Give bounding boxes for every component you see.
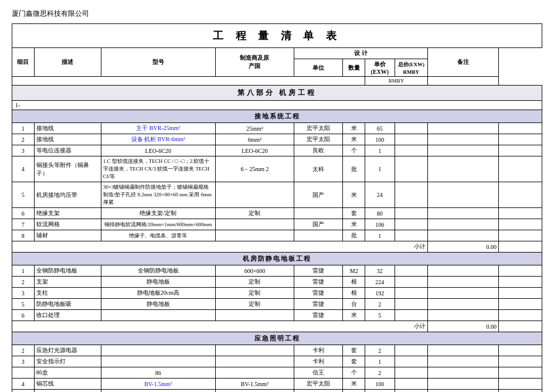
table-row: 6 绝缘支架 绝缘支架/定制 定制 套 80 <box>12 208 542 219</box>
subtotal-row-1: 小计 0.00 <box>12 241 542 253</box>
col-model: 型号 <box>101 48 215 77</box>
col-xm: 细目 <box>12 48 35 77</box>
col-unit: 单位 <box>294 59 343 77</box>
table-row: 5 KBG管 Ç16 Ç16 美友 米 20 <box>12 390 542 393</box>
table-row: 5 机房接地均压带 30×3镀锡铜扁制作防接地垫子；镀锡铜扁规格制造/垫子孔径 … <box>12 182 542 208</box>
table-row: 4 铜接头等附件（铜鼻子） 1.C 型软缆连接夹，TECH CC / □ -□；… <box>12 156 542 182</box>
table-row: 8 辅材 绝缘子、电缆条、沥青等 批 1 <box>12 230 542 241</box>
col-uprice: 单价 (EXW) <box>365 59 395 77</box>
table-row: 1 接地线 主干 BVR-25mm² 25mm² 宏平太阳 米 65 <box>12 123 542 134</box>
table-row: 4 铜芯线 BV-1.5mm² BV-1.5mm² 宏平太阳 米 100 <box>12 379 542 390</box>
col-qty: 数量 <box>343 59 365 77</box>
table-row: 2 支架 静电地板 定制 雷捷 根 224 <box>12 277 542 288</box>
header-row-1: 细目 描述 型号 制造商及原 产国 设 计 备注 <box>12 48 542 59</box>
main-table: 工 程 量 清 单 表 细目 描述 型号 制造商及原 产国 设 计 备注 单位 … <box>12 23 542 392</box>
table-row: 86盒 86 信王 个 2 <box>12 367 542 379</box>
col-note: 备注 <box>428 48 499 77</box>
table-title: 工 程 量 清 单 表 <box>12 24 542 48</box>
subsection-lighting: 应急照明工程 <box>12 332 542 345</box>
subsection-grounding: 接地系统工程 <box>12 110 542 123</box>
table-row: 6 收口处理 雷捷 米 5 <box>12 310 542 321</box>
col-total: 总价(EXW) RMBY <box>395 59 427 77</box>
table-row: 5 防静电地板吸 静电地板 定制 雷捷 台 2 <box>12 299 542 310</box>
table-row: 7 软流网格 铜排静电软流网格/20mm×1mm/600mm×600mm 国产 … <box>12 219 542 230</box>
table-row: 2 应急灯光源电器 卡利 套 2 <box>12 345 542 356</box>
company-name: 厦门鑫微思科技有限公司 <box>12 6 542 23</box>
subsection-prefix: 1- <box>12 101 542 110</box>
title-row: 工 程 量 清 单 表 <box>12 24 542 48</box>
design-header: 设 计 <box>294 48 428 59</box>
table-row: 1 全钢防静电地板 全钢防静电地板 600×600 雷捷 M2 32 <box>12 265 542 277</box>
prefix-row: 1- <box>12 101 542 110</box>
section-part8: 第八部分 机房工程 <box>12 86 542 101</box>
table-row: 3 安全指示灯 卡利 套 1 <box>12 356 542 367</box>
table-row: 3 支柱 静电地板20cm高 定制 雷捷 根 192 <box>12 288 542 299</box>
table-row: 2 接地线 设备 机柜 BVR-6mm² 6mm² 宏平太阳 米 100 <box>12 134 542 145</box>
col-maker: 制造商及原 产国 <box>215 48 294 77</box>
col-desc: 描述 <box>34 48 101 77</box>
rmby-label: RMBY <box>365 77 428 86</box>
rmby-row: RMBY <box>12 77 542 86</box>
subtotal-row-2: 小计 0.00 <box>12 321 542 332</box>
subsection-floor: 机房防静电地板工程 <box>12 253 542 265</box>
table-row: 3 等电位连接器 LEO-6C20 LEO-6C20 良欧 个 1 <box>12 145 542 156</box>
